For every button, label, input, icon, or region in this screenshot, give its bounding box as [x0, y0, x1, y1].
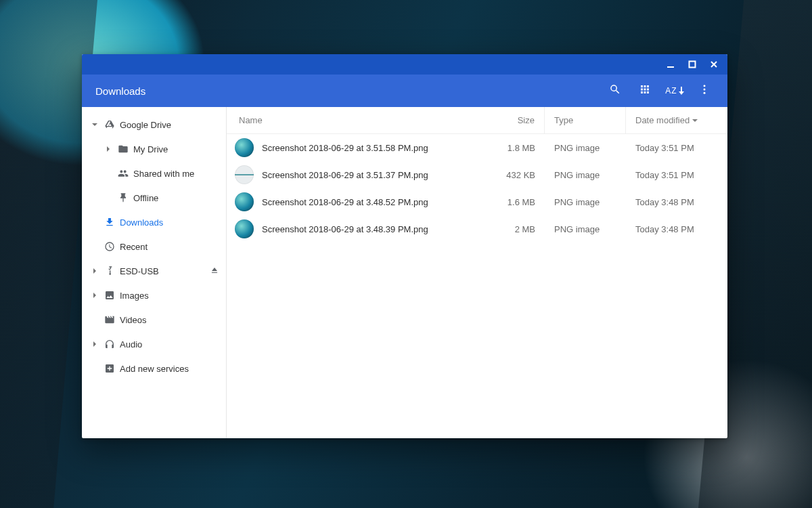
sidebar-item-label: ESD-USB — [117, 266, 210, 276]
file-name: Screenshot 2018-06-29 at 3.48.39 PM.png — [254, 224, 470, 234]
file-thumbnail — [235, 138, 254, 157]
usb-icon — [102, 266, 117, 276]
sidebar-item-add-new-services[interactable]: Add new services — [82, 356, 226, 381]
grid-icon — [639, 83, 651, 98]
headphones-icon — [102, 339, 117, 350]
file-size: 1.6 MB — [470, 197, 545, 207]
sidebar: Google Drive My Drive Shared with me Off… — [82, 107, 227, 438]
file-thumbnail — [235, 219, 254, 238]
sidebar-item-label: Offline — [131, 193, 219, 203]
files-window: Downloads AZ — [82, 54, 727, 438]
file-date: Today 3:48 PM — [626, 224, 727, 234]
file-rows: Screenshot 2018-06-29 at 3.51.58 PM.png1… — [227, 134, 727, 438]
add-box-icon — [102, 363, 117, 374]
file-pane: Name Size Type Date modified Screenshot … — [227, 107, 727, 438]
sidebar-item-google-drive[interactable]: Google Drive — [82, 112, 226, 137]
people-icon — [116, 168, 131, 179]
page-title: Downloads — [95, 85, 600, 97]
close-button[interactable] — [703, 54, 725, 75]
file-row[interactable]: Screenshot 2018-06-29 at 3.51.58 PM.png1… — [227, 134, 727, 161]
file-date: Today 3:48 PM — [626, 197, 727, 207]
sort-button[interactable]: AZ — [660, 75, 690, 107]
file-name: Screenshot 2018-06-29 at 3.51.37 PM.png — [254, 170, 470, 180]
file-name: Screenshot 2018-06-29 at 3.48.52 PM.png — [254, 197, 470, 207]
column-header-name[interactable]: Name — [227, 115, 470, 125]
file-date: Today 3:51 PM — [626, 170, 727, 180]
download-icon — [102, 217, 117, 228]
more-options-button[interactable] — [690, 75, 719, 107]
maximize-button[interactable] — [681, 54, 703, 75]
svg-rect-1 — [690, 62, 696, 68]
toolbar: Downloads AZ — [82, 75, 727, 107]
chevron-down-icon — [87, 121, 102, 128]
file-type: PNG image — [545, 197, 626, 207]
column-headers: Name Size Type Date modified — [227, 107, 727, 134]
svg-point-4 — [704, 85, 706, 87]
window-body: Google Drive My Drive Shared with me Off… — [82, 107, 727, 438]
sidebar-item-shared-with-me[interactable]: Shared with me — [82, 161, 226, 186]
sidebar-item-audio[interactable]: Audio — [82, 332, 226, 356]
sidebar-item-label: Add new services — [117, 364, 219, 374]
sidebar-item-offline[interactable]: Offline — [82, 186, 226, 210]
sidebar-item-images[interactable]: Images — [82, 283, 226, 308]
sidebar-item-label: Images — [117, 291, 219, 301]
window-titlebar — [82, 54, 727, 75]
file-size: 1.8 MB — [470, 143, 545, 153]
sidebar-item-videos[interactable]: Videos — [82, 308, 226, 332]
folder-icon — [116, 144, 131, 154]
search-icon — [609, 83, 621, 98]
sidebar-item-label: Audio — [117, 339, 219, 350]
sort-desc-icon — [692, 115, 698, 125]
video-icon — [102, 314, 117, 325]
file-type: PNG image — [545, 143, 626, 153]
sidebar-item-label: Videos — [117, 315, 219, 325]
chevron-right-icon — [87, 341, 102, 347]
sidebar-item-label: Recent — [117, 242, 219, 252]
file-date: Today 3:51 PM — [626, 143, 727, 153]
sidebar-item-recent[interactable]: Recent — [82, 234, 226, 259]
file-thumbnail — [235, 165, 254, 184]
image-icon — [102, 290, 117, 301]
file-type: PNG image — [545, 170, 626, 180]
column-header-type[interactable]: Type — [545, 107, 626, 133]
file-size: 432 KB — [470, 170, 545, 180]
file-size: 2 MB — [470, 224, 545, 234]
sidebar-item-downloads[interactable]: Downloads — [82, 210, 226, 234]
eject-button[interactable] — [210, 266, 219, 277]
sidebar-item-my-drive[interactable]: My Drive — [82, 137, 226, 161]
more-vert-icon — [698, 83, 710, 98]
sidebar-item-esd-usb[interactable]: ESD-USB — [82, 259, 226, 283]
file-type: PNG image — [545, 224, 626, 234]
file-row[interactable]: Screenshot 2018-06-29 at 3.48.52 PM.png1… — [227, 188, 727, 215]
sort-az-label: AZ — [665, 86, 677, 96]
column-header-date[interactable]: Date modified — [626, 115, 727, 125]
svg-point-6 — [704, 92, 706, 94]
grid-view-button[interactable] — [630, 75, 660, 107]
drive-icon — [102, 119, 117, 130]
chevron-right-icon — [101, 146, 116, 152]
clock-icon — [102, 241, 117, 252]
sidebar-item-label: My Drive — [131, 144, 219, 154]
pin-icon — [116, 192, 131, 203]
sidebar-item-label: Shared with me — [131, 169, 219, 179]
chevron-right-icon — [87, 268, 102, 274]
chevron-right-icon — [87, 292, 102, 299]
sort-az-icon: AZ — [665, 86, 683, 96]
file-row[interactable]: Screenshot 2018-06-29 at 3.51.37 PM.png4… — [227, 161, 727, 188]
file-thumbnail — [235, 192, 254, 211]
minimize-button[interactable] — [660, 54, 681, 75]
file-row[interactable]: Screenshot 2018-06-29 at 3.48.39 PM.png2… — [227, 215, 727, 242]
sidebar-item-label: Google Drive — [117, 120, 219, 130]
column-header-size[interactable]: Size — [470, 107, 545, 133]
column-header-date-label: Date modified — [635, 115, 690, 125]
search-button[interactable] — [600, 75, 630, 107]
sidebar-item-label: Downloads — [117, 217, 219, 228]
file-name: Screenshot 2018-06-29 at 3.51.58 PM.png — [254, 143, 470, 153]
svg-point-5 — [704, 89, 706, 91]
